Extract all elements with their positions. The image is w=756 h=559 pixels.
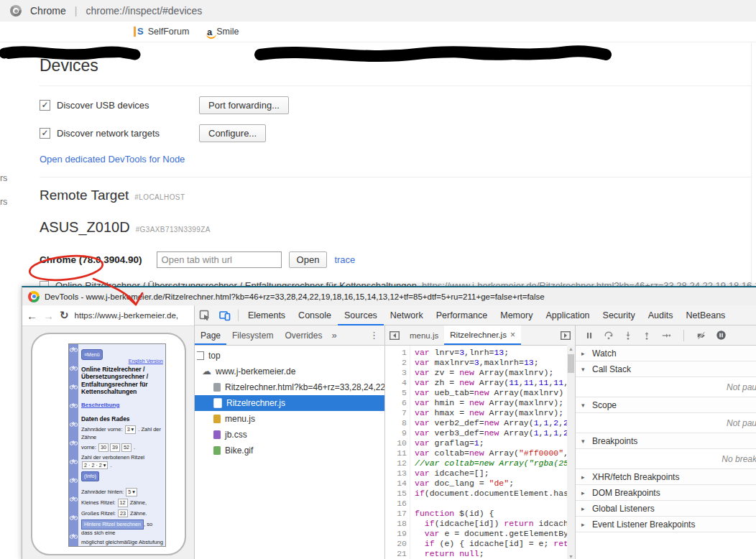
line-number[interactable]: 5 xyxy=(385,388,407,398)
line-number[interactable]: 9 xyxy=(385,428,407,438)
pause-on-exceptions-icon[interactable] xyxy=(716,330,727,341)
tab-overrides[interactable]: Overrides xyxy=(279,326,328,344)
line-number[interactable]: 6 xyxy=(385,398,407,408)
tab-netbeans[interactable]: NetBeans xyxy=(679,306,732,325)
bookmark-smile[interactable]: a Smile xyxy=(207,24,239,39)
menu-button[interactable]: ≡Menü xyxy=(81,349,103,360)
line-number[interactable]: 2 xyxy=(385,358,407,368)
expand-panel-icon[interactable] xyxy=(561,331,571,340)
tab-console[interactable]: Console xyxy=(292,306,338,325)
section-dom-breakpoints[interactable]: ▸DOM Breakpoints xyxy=(576,485,756,501)
line-number[interactable]: 12 xyxy=(385,458,407,468)
discover-network-checkbox[interactable]: ✓ xyxy=(40,128,50,139)
number-input[interactable]: 30 xyxy=(98,443,109,452)
device-screen[interactable]: ≡Menü English Version Online Ritzelrechn… xyxy=(68,343,166,547)
section-call-stack[interactable]: ▾Call Stack xyxy=(576,361,756,377)
tab-performance[interactable]: Performance xyxy=(430,306,494,325)
line-number[interactable]: 13 xyxy=(385,468,407,479)
close-tab-icon[interactable]: × xyxy=(510,330,515,340)
tab-audits[interactable]: Audits xyxy=(642,306,680,325)
screencast-url[interactable]: https://www.j-berkemeier.de, xyxy=(75,311,178,320)
port-forwarding-button[interactable]: Port forwarding... xyxy=(199,96,289,114)
reload-icon[interactable]: ↻ xyxy=(60,309,69,322)
info-button[interactable]: (Info) xyxy=(81,471,99,481)
collapse-panel-icon[interactable] xyxy=(389,331,400,340)
tab-elements[interactable]: Elements xyxy=(241,306,292,325)
line-number[interactable]: 7 xyxy=(385,408,407,418)
tree-item-www-j-berkemeier-de[interactable]: ☁www.j-berkemeier.de xyxy=(195,364,384,379)
line-number[interactable]: 11 xyxy=(385,448,407,458)
step-into-icon[interactable] xyxy=(623,331,633,341)
line-number[interactable]: 3 xyxy=(385,368,407,378)
inspect-element-icon[interactable] xyxy=(199,310,211,321)
more-tabs-icon[interactable]: » xyxy=(328,330,340,341)
scroll-up-icon[interactable]: ▲ xyxy=(567,345,575,353)
tab-title[interactable]: Chrome xyxy=(30,5,66,17)
open-button[interactable]: Open xyxy=(289,251,328,268)
number-input[interactable]: 23 xyxy=(118,509,128,518)
bookmark-selfforum[interactable]: S SelfForum xyxy=(134,24,189,39)
section-scope[interactable]: ▾Scope xyxy=(576,397,756,413)
line-number[interactable]: 20 xyxy=(385,539,407,549)
step-icon[interactable] xyxy=(660,331,672,341)
line-number[interactable]: 4 xyxy=(385,378,407,388)
pause-script-icon[interactable] xyxy=(584,331,594,341)
dropdown-select[interactable]: 3 ▾ xyxy=(125,425,137,434)
editor-tab-menu-js[interactable]: menu.js xyxy=(404,325,444,345)
devtools-titlebar[interactable]: DevTools - www.j-berkemeier.de/Ritzelrec… xyxy=(22,287,756,305)
scroll-thumb[interactable] xyxy=(568,354,574,373)
tree-item-ritzelrechner-js[interactable]: Ritzelrechner.js xyxy=(195,395,384,411)
line-number[interactable]: 21 xyxy=(385,549,407,559)
forward-icon[interactable]: → xyxy=(43,310,54,322)
discover-usb-checkbox[interactable]: ✓ xyxy=(40,100,50,111)
section-breakpoints[interactable]: ▾Breakpoints xyxy=(576,433,756,449)
line-number[interactable]: 8 xyxy=(385,418,407,428)
line-number[interactable]: 16 xyxy=(385,499,407,509)
code-area[interactable]: 123456789101112131415161718192021 var ln… xyxy=(385,346,575,559)
tab-page[interactable]: Page xyxy=(195,325,226,345)
editor-scrollbar[interactable]: ▲ ▼ xyxy=(567,345,575,559)
line-number[interactable]: 17 xyxy=(385,509,407,519)
navigator-menu-icon[interactable]: ⋮ xyxy=(369,330,379,341)
line-number[interactable]: 15 xyxy=(385,489,407,499)
trace-link[interactable]: trace xyxy=(334,254,355,265)
step-over-icon[interactable] xyxy=(603,331,614,341)
beschreibung-link[interactable]: Beschreibung xyxy=(81,402,119,410)
tab-network[interactable]: Network xyxy=(384,306,430,325)
tab-filesystem[interactable]: Filesystem xyxy=(226,326,279,344)
number-input[interactable]: 39 xyxy=(110,443,120,452)
line-number[interactable]: 10 xyxy=(385,438,407,448)
editor-tab-ritzelrechner-js[interactable]: Ritzelrechner.js × xyxy=(444,325,521,345)
berechnen-button[interactable]: Hintere Ritzel berechnen xyxy=(81,519,144,530)
open-tab-url-input[interactable] xyxy=(157,251,282,268)
tab-application[interactable]: Application xyxy=(539,306,596,325)
number-input[interactable]: 12 xyxy=(118,499,128,507)
section-watch[interactable]: ▸Watch xyxy=(576,346,756,361)
devtools-node-link[interactable]: Open dedicated DevTools for Node xyxy=(40,154,185,165)
line-number[interactable]: 1 xyxy=(385,348,407,358)
tab-sources[interactable]: Sources xyxy=(338,305,384,325)
tab-security[interactable]: Security xyxy=(596,306,642,325)
dropdown-select[interactable]: 2 · 2 · 2 ▾ xyxy=(82,461,108,470)
tree-item-jb-css[interactable]: jb.css xyxy=(195,427,384,443)
line-number[interactable]: 14 xyxy=(385,479,407,489)
tree-item-top[interactable]: top xyxy=(195,348,384,364)
section-xhr-fetch-breakpoints[interactable]: ▸XHR/fetch Breakpoints xyxy=(576,469,756,485)
section-global-listeners[interactable]: ▸Global Listeners xyxy=(576,501,756,517)
device-toolbar-icon[interactable] xyxy=(219,310,231,321)
line-number[interactable]: 19 xyxy=(385,529,407,539)
section-event-listener-breakpoints[interactable]: ▸Event Listener Breakpoints xyxy=(576,517,756,532)
tab-memory[interactable]: Memory xyxy=(494,306,539,325)
tree-item-ritzelrechner-html-kb-46-rz-33[interactable]: Ritzelrechner.html?kb=46+rz=33,28,24,22,… xyxy=(195,379,384,395)
deactivate-breakpoints-icon[interactable] xyxy=(696,331,707,341)
line-number[interactable]: 18 xyxy=(385,519,407,529)
tree-item-bike-gif[interactable]: Bike.gif xyxy=(195,443,384,458)
back-icon[interactable]: ← xyxy=(27,310,37,322)
scroll-down-icon[interactable]: ▼ xyxy=(567,553,575,559)
address-url[interactable]: chrome://inspect/#devices xyxy=(86,5,202,17)
tree-item-menu-js[interactable]: menu.js xyxy=(195,411,384,427)
number-input[interactable]: 52 xyxy=(121,443,132,452)
step-out-icon[interactable] xyxy=(642,331,652,341)
configure-button[interactable]: Configure... xyxy=(199,124,266,142)
dropdown-select[interactable]: 5 ▾ xyxy=(126,488,137,496)
